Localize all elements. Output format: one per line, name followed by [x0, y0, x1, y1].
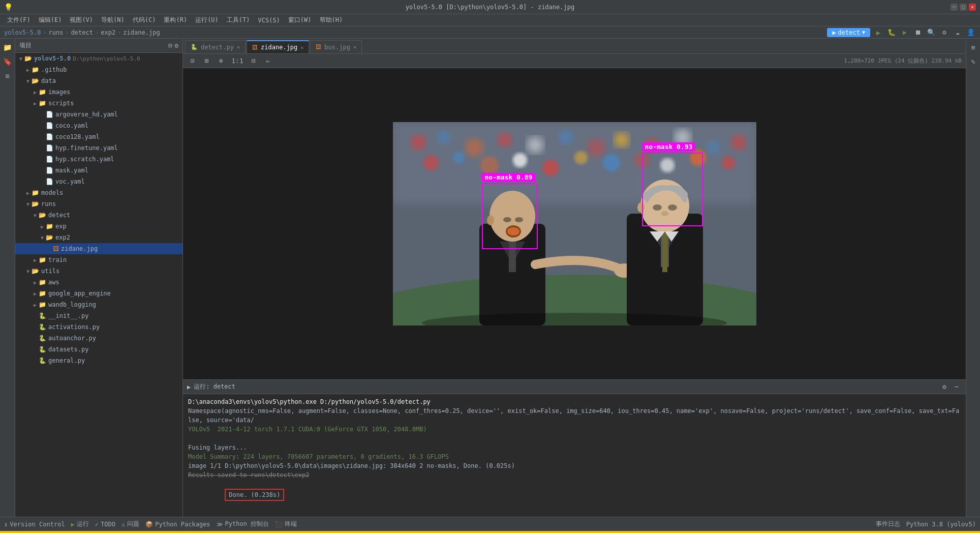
- sidebar-bookmark-icon[interactable]: 🔖: [1, 55, 14, 68]
- tab-close-btn[interactable]: ✕: [353, 44, 356, 50]
- status-python-packages[interactable]: 📦 Python Packages: [145, 521, 210, 528]
- status-python-console[interactable]: ≫ Python 控制台: [217, 520, 269, 528]
- tree-item-utils[interactable]: ▼ 📂 utils: [15, 265, 182, 277]
- tree-item-train[interactable]: ▶ 📁 train: [15, 254, 182, 265]
- tree-item-voc[interactable]: 📄 voc.yaml: [15, 176, 182, 187]
- tree-item-exp2[interactable]: ▼ 📂 exp2: [15, 232, 182, 243]
- menu-window[interactable]: 窗口(W): [285, 15, 315, 25]
- tree-item-coco128[interactable]: 📄 coco128.yaml: [15, 131, 182, 142]
- tree-item-argoverse[interactable]: 📄 argoverse_hd.yaml: [15, 109, 182, 120]
- file-tree-title: 项目: [19, 41, 168, 50]
- menu-code[interactable]: 代码(C): [130, 15, 159, 25]
- fit-page-btn[interactable]: ⊡: [187, 55, 198, 67]
- sidebar-project-icon[interactable]: 📁: [1, 41, 14, 54]
- menu-vcs[interactable]: VCS(S): [255, 16, 283, 25]
- menu-edit[interactable]: 编辑(E): [36, 15, 65, 25]
- tree-item-hyp-scratch[interactable]: 📄 hyp.scratch.yaml: [15, 154, 182, 165]
- terminal-settings-btn[interactable]: ⚙: [939, 382, 950, 392]
- tab-detect-py[interactable]: 🐍 detect.py ✕: [185, 40, 246, 53]
- menu-view[interactable]: 视图(V): [67, 15, 96, 25]
- status-terminal[interactable]: ⬛ 终端: [275, 520, 297, 528]
- file-tree-content[interactable]: ▼ 📂 yolov5-5.0 D:\python\yolov5-5.0 ▶ 📁 …: [15, 53, 182, 517]
- tree-item-data[interactable]: ▼ 📂 data: [15, 75, 182, 86]
- menu-refactor[interactable]: 重构(R): [161, 15, 190, 25]
- tree-item-mask[interactable]: 📄 mask.yaml: [15, 165, 182, 176]
- collapse-all-icon[interactable]: ⊟: [168, 42, 172, 49]
- jpg-file-icon: 🖼: [53, 245, 59, 252]
- status-version-control[interactable]: ↕ Version Control: [4, 521, 65, 528]
- tab-close-btn[interactable]: ✕: [237, 44, 240, 50]
- right-sidebar-btn-2[interactable]: ✎: [967, 55, 980, 68]
- window-controls[interactable]: ─ □ ✕: [951, 4, 976, 11]
- settings-icon[interactable]: ⚙: [174, 42, 178, 49]
- status-left: ↕ Version Control ▶ 运行 ✓ TODO ⚠ 问题 📦 Pyt…: [4, 520, 297, 528]
- cloud-button[interactable]: ☁: [953, 27, 963, 38]
- tree-item-detect[interactable]: ▼ 📂 detect: [15, 210, 182, 221]
- menu-navigate[interactable]: 导航(N): [98, 15, 128, 25]
- tree-item-general[interactable]: 🐍 general.py: [15, 355, 182, 366]
- status-python-version[interactable]: Python 3.8 (yolov5): [906, 521, 976, 528]
- editor-tabs[interactable]: 🐍 detect.py ✕ 🖼 zidane.jpg ✕ 🖼 bus.jpg ✕: [183, 39, 966, 54]
- terminal-header: ▶ 运行: detect ⚙ ─: [183, 380, 966, 394]
- run-config-button[interactable]: ▶ detect ▼: [827, 28, 870, 37]
- tree-item-coco[interactable]: 📄 coco.yaml: [15, 120, 182, 131]
- tree-item-wandb[interactable]: ▶ 📁 wandb_logging: [15, 299, 182, 310]
- menu-run[interactable]: 运行(U): [192, 15, 222, 25]
- account-button[interactable]: 👤: [966, 27, 976, 38]
- sidebar-structure-icon[interactable]: ≡: [1, 69, 14, 82]
- expand-arrow: ▼: [24, 201, 32, 207]
- settings-button[interactable]: ⚙: [939, 27, 950, 38]
- run-with-coverage[interactable]: ▶: [900, 27, 910, 38]
- tree-item-exp[interactable]: ▶ 📁 exp: [15, 221, 182, 232]
- stop-button[interactable]: ⏹: [913, 27, 923, 38]
- tree-item-github[interactable]: ▶ 📁 .github: [15, 64, 182, 75]
- tree-item-scripts[interactable]: ▶ 📁 scripts: [15, 98, 182, 109]
- terminal-minimize-btn[interactable]: ─: [952, 382, 962, 392]
- tree-item-datasets[interactable]: 🐍 datasets.py: [15, 344, 182, 355]
- tree-item-aws[interactable]: ▶ 📁 aws: [15, 277, 182, 288]
- tree-item-models[interactable]: ▶ 📁 models: [15, 187, 182, 198]
- debug-button[interactable]: 🐛: [886, 27, 897, 38]
- terminal-header-right[interactable]: ⚙ ─: [939, 382, 962, 392]
- close-button[interactable]: ✕: [969, 4, 976, 11]
- expand-arrow: ▶: [32, 291, 39, 297]
- tree-item-images[interactable]: ▶ 📁 images: [15, 86, 182, 98]
- search-everywhere[interactable]: 🔍: [926, 27, 936, 38]
- zoom-in-btn[interactable]: ⊕: [216, 55, 227, 67]
- tab-zidane-jpg[interactable]: 🖼 zidane.jpg ✕: [247, 40, 309, 53]
- tree-item-zidane[interactable]: 🖼 zidane.jpg: [15, 243, 182, 254]
- menu-help[interactable]: 帮助(H): [317, 15, 346, 25]
- status-todo[interactable]: ✓ TODO: [95, 521, 115, 528]
- breadcrumb-detect[interactable]: detect: [71, 29, 93, 36]
- expand-arrow: ▶: [32, 257, 39, 263]
- run-icon: ▶: [71, 521, 75, 528]
- tab-close-btn[interactable]: ✕: [300, 45, 303, 50]
- minimize-button[interactable]: ─: [951, 4, 958, 11]
- status-run[interactable]: ▶ 运行: [71, 520, 89, 528]
- restore-button[interactable]: □: [960, 4, 967, 11]
- fit-width-btn[interactable]: ⊟: [248, 55, 259, 67]
- tree-item-runs[interactable]: ▼ 📂 runs: [15, 198, 182, 210]
- breadcrumb-zidane[interactable]: zidane.jpg: [123, 29, 160, 36]
- grid-btn[interactable]: ⊞: [201, 55, 212, 67]
- tree-item-root[interactable]: ▼ 📂 yolov5-5.0 D:\python\yolov5-5.0: [15, 53, 182, 64]
- status-event-log[interactable]: 事件日志: [876, 520, 900, 528]
- breadcrumb-exp2[interactable]: exp2: [101, 29, 115, 36]
- tree-item-activations[interactable]: 🐍 activations.py: [15, 321, 182, 333]
- file-tree-header-icons[interactable]: ⊟ ⚙: [168, 42, 178, 49]
- folder-icon: 📁: [39, 279, 46, 286]
- right-sidebar-btn-1[interactable]: ≡: [967, 41, 980, 54]
- menu-file[interactable]: 文件(F): [4, 15, 34, 25]
- tree-item-hyp-fine[interactable]: 📄 hyp.finetune.yaml: [15, 142, 182, 154]
- menu-tools[interactable]: 工具(T): [224, 15, 253, 25]
- tree-item-autoanchor[interactable]: 🐍 autoanchor.py: [15, 333, 182, 344]
- term-line: Results saved to runs\detect\exp2: [188, 470, 961, 480]
- tree-item-google-app[interactable]: ▶ 📁 google_app_engine: [15, 288, 182, 299]
- run-button[interactable]: ▶: [873, 27, 883, 38]
- tree-item-init[interactable]: 🐍 __init__.py: [15, 310, 182, 321]
- status-problems[interactable]: ⚠ 问题: [121, 520, 139, 528]
- breadcrumb-runs[interactable]: runs: [48, 29, 63, 36]
- tab-bus-jpg[interactable]: 🖼 bus.jpg ✕: [310, 40, 362, 53]
- color-picker-btn[interactable]: ✏: [262, 55, 273, 67]
- breadcrumb-project[interactable]: yolov5-5.0: [4, 29, 41, 36]
